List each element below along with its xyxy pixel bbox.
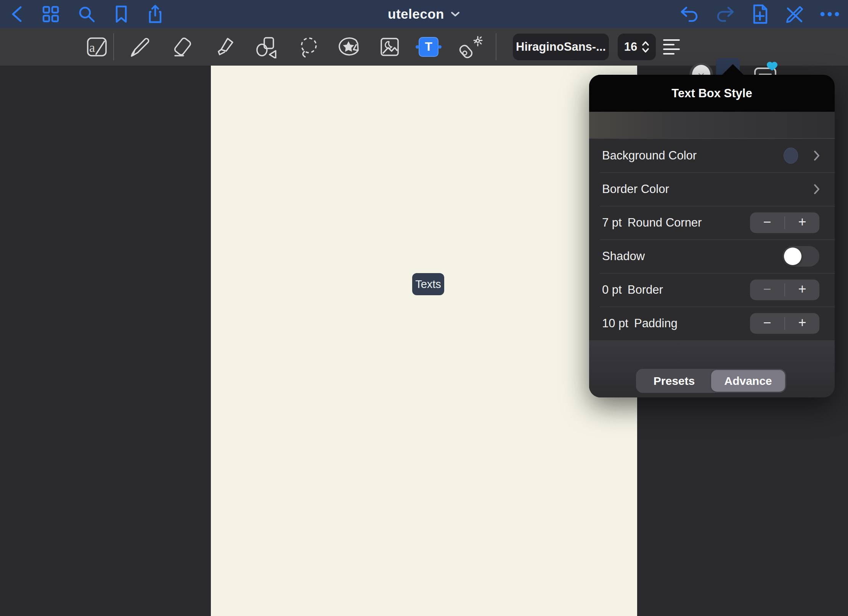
- lasso-icon: [297, 35, 320, 58]
- edit-mode-tool-button[interactable]: a: [79, 28, 114, 66]
- search-button[interactable]: [77, 5, 96, 24]
- panel-header: Text Box Style: [589, 75, 835, 112]
- border-width-value: 0 pt: [602, 283, 622, 297]
- lasso-tool-button[interactable]: [291, 28, 325, 66]
- row-round-corner: 7 pt Round Corner − +: [589, 206, 835, 240]
- note-page[interactable]: Texts: [211, 66, 637, 616]
- presets-advance-segmented-control: Presets Advance: [636, 369, 786, 393]
- thumbnails-button[interactable]: [41, 5, 60, 24]
- edit-mode-icon: a: [85, 36, 108, 58]
- tools-toolbar: a T: [0, 28, 848, 66]
- undo-icon: [679, 5, 699, 24]
- text-box-style-panel: Text Box Style Background Color Border C…: [589, 75, 835, 397]
- font-family-button[interactable]: HiraginoSans-...: [513, 34, 609, 60]
- eraser-tool-button[interactable]: [165, 28, 199, 66]
- font-family-value: HiraginoSans-...: [516, 40, 606, 54]
- redo-button[interactable]: [715, 5, 735, 24]
- canvas-text-box-label: Texts: [415, 278, 441, 291]
- font-size-value: 16: [624, 40, 637, 54]
- row-label: Shadow: [602, 249, 645, 263]
- nav-left-group: [0, 0, 164, 28]
- align-left-icon: [662, 39, 681, 55]
- highlighter-tool-button[interactable]: [208, 28, 242, 66]
- shapes-icon: [254, 35, 278, 58]
- size-up-down-icon: [642, 40, 649, 53]
- document-title-button[interactable]: utelecon: [388, 0, 460, 28]
- background-color-swatch[interactable]: [784, 148, 798, 164]
- row-label: Border: [628, 283, 663, 297]
- app-screen: utelecon a: [0, 0, 848, 616]
- share-button[interactable]: [146, 4, 164, 24]
- back-button[interactable]: [9, 5, 24, 23]
- toolbar-divider: [496, 33, 496, 60]
- panel-empty-band: [589, 112, 835, 139]
- add-page-button[interactable]: [751, 4, 769, 24]
- laser-pointer-tool-button[interactable]: [454, 28, 488, 66]
- text-box-handle-right: [438, 45, 442, 48]
- row-label: Border Color: [602, 182, 669, 196]
- row-label: Round Corner: [628, 216, 702, 230]
- bookmark-icon: [113, 5, 130, 24]
- chevron-right-icon: [813, 150, 820, 161]
- undo-button[interactable]: [679, 5, 699, 24]
- presets-tab[interactable]: Presets: [637, 370, 711, 392]
- highlighter-icon: [214, 35, 236, 58]
- text-tool-button-selected[interactable]: T: [411, 28, 446, 66]
- grid-icon: [41, 5, 60, 24]
- round-corner-decrease-button[interactable]: −: [750, 212, 784, 233]
- panel-footer: Presets Advance: [589, 340, 835, 397]
- row-background-color[interactable]: Background Color: [589, 139, 835, 172]
- border-width-stepper: − +: [750, 280, 819, 300]
- document-title: utelecon: [388, 6, 444, 22]
- shapes-tool-button[interactable]: [249, 28, 283, 66]
- more-options-button[interactable]: [820, 11, 840, 17]
- svg-text:a: a: [89, 40, 95, 55]
- round-corner-stepper: − +: [750, 212, 819, 233]
- pen-tool-button[interactable]: [122, 28, 156, 66]
- toolbar-divider: [113, 33, 114, 60]
- advance-tab-selected[interactable]: Advance: [711, 370, 785, 392]
- row-border-color[interactable]: Border Color: [589, 172, 835, 206]
- text-tool-icon: T: [419, 37, 438, 57]
- chevron-down-icon: [450, 11, 460, 18]
- border-width-decrease-button[interactable]: −: [750, 280, 784, 300]
- pencil-crossed-icon: [785, 5, 804, 24]
- border-width-increase-button[interactable]: +: [785, 280, 819, 300]
- row-label: Background Color: [602, 149, 697, 162]
- share-icon: [146, 4, 164, 24]
- font-size-stepper[interactable]: 16: [618, 34, 656, 60]
- padding-decrease-button[interactable]: −: [750, 313, 784, 334]
- sticker-star-icon: [337, 36, 361, 58]
- round-corner-increase-button[interactable]: +: [785, 212, 819, 233]
- pen-icon: [128, 35, 151, 58]
- redo-icon: [715, 5, 735, 24]
- padding-stepper: − +: [750, 313, 819, 334]
- padding-increase-button[interactable]: +: [785, 313, 819, 334]
- search-icon: [77, 5, 96, 24]
- toggle-knob: [784, 248, 801, 265]
- panel-title: Text Box Style: [671, 87, 752, 100]
- top-navigation-bar: utelecon: [0, 0, 848, 28]
- bookmark-button[interactable]: [113, 5, 130, 24]
- back-chevron-icon: [9, 5, 24, 23]
- round-corner-value: 7 pt: [602, 216, 622, 230]
- row-border-width: 0 pt Border − +: [589, 273, 835, 307]
- row-shadow: Shadow: [589, 240, 835, 273]
- laser-pointer-icon: [459, 35, 483, 59]
- canvas-text-box[interactable]: Texts: [412, 273, 444, 295]
- nav-right-group: [679, 0, 848, 28]
- popover-arrow: [721, 64, 744, 76]
- eraser-icon: [170, 35, 193, 58]
- shadow-toggle-off[interactable]: [782, 246, 819, 267]
- read-only-mode-button[interactable]: [785, 5, 804, 24]
- add-page-icon: [751, 4, 769, 24]
- ellipsis-icon: [820, 11, 840, 17]
- image-tool-button[interactable]: [373, 28, 407, 66]
- stickers-tool-button[interactable]: [332, 28, 366, 66]
- text-align-button[interactable]: [658, 28, 685, 66]
- row-padding: 10 pt Padding − +: [589, 307, 835, 340]
- text-box-handle-left: [416, 45, 419, 48]
- row-label: Padding: [634, 317, 678, 330]
- chevron-right-icon: [813, 183, 820, 195]
- image-icon: [379, 36, 401, 58]
